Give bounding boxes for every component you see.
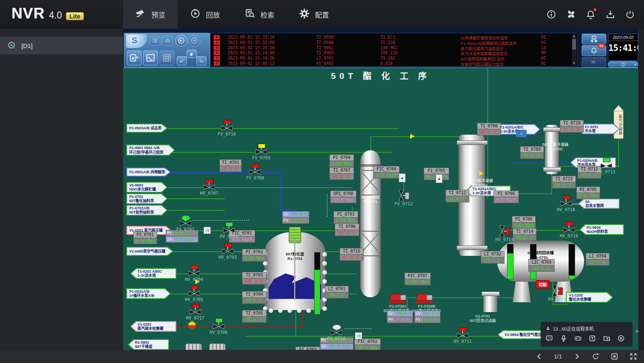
valve-actuator: [459, 327, 467, 332]
valve-label-HV_0719: HV_0719: [556, 233, 582, 238]
tab-playback[interactable]: 回放: [178, 0, 232, 29]
stream-line2: NaOH供料泵: [587, 230, 622, 234]
stream-line1: T1-0201A/B/C: [500, 125, 539, 130]
tab-config[interactable]: 配置: [287, 0, 341, 29]
stream-arrow-label: P1-0702A/B50T助剂抽料泵: [127, 206, 167, 215]
alarm-g: PI_0405: [316, 61, 333, 66]
valve-actuator: [558, 287, 563, 295]
stream-line1: V1-0405泵空气稳压罐: [129, 249, 171, 254]
scada-header: S ▲ ▼ 02023-09-02 15:33:16TI_050931.6731…: [123, 29, 638, 68]
valve-label-HV_0704: HV_0704: [181, 277, 207, 282]
valve-label-HV_0702: HV_0702: [216, 234, 242, 239]
topbar-actions: [546, 0, 635, 29]
pipe: [167, 152, 392, 153]
display-row: TI_0703: [242, 272, 267, 278]
tab-search[interactable]: 检索: [232, 0, 287, 29]
valve-HV_0714: [499, 225, 510, 238]
device-label: [D1]: [21, 42, 33, 49]
valve-actuator: [405, 192, 409, 200]
alarm-v: 31.673: [380, 35, 395, 39]
stream-arrow: P1-0601 0602 A/B环己烷/甲基环己烷泵: [126, 145, 175, 156]
camera-channel-icon: [7, 41, 16, 51]
remote-session-text: 13...60正在远程本机: [553, 325, 594, 332]
alarm-v: 31.526: [380, 40, 395, 45]
alarm-s: HI: [541, 40, 546, 45]
pipe: [511, 163, 570, 163]
stream-arrow: P1-0501A/B 丙烯酸泵: [126, 168, 171, 177]
app-topbar: NVR 4.0 Lite 预览回放检索配置: [0, 0, 644, 29]
stream-arrow: V1-0603HDO多元醇贮罐: [126, 182, 167, 193]
display-row: TI_0704: [242, 291, 267, 298]
stream-arrow-label: V1-1202酯化水收集罐: [567, 293, 612, 302]
check-valve-icon: ◁: [203, 227, 211, 234]
video-tile-d1[interactable]: S ▲ ▼ 02023-09-02 15:33:16TI_050931.6731…: [123, 29, 638, 350]
prev-page-button[interactable]: [535, 352, 544, 361]
info-icon[interactable]: [546, 9, 556, 19]
alarm-t: 2023-09-02 15:05:13: [228, 61, 274, 66]
display-PI_0701: PI_07010.40 Mpa: [133, 232, 157, 244]
bell-icon[interactable]: [586, 9, 596, 19]
stream-line1: T1-0201 A/B/C: [137, 269, 175, 274]
mic-icon[interactable]: [560, 335, 567, 342]
valve-HV_0704: [187, 265, 201, 277]
fullscreen-button[interactable]: [629, 352, 637, 361]
display-row: TI_0715: [340, 248, 363, 255]
refresh-button[interactable]: [591, 352, 600, 361]
condenser2-title: 50T二级冷凝器: [542, 142, 569, 147]
reactor-bump: [322, 261, 327, 266]
tail-condenser-tip: [614, 105, 623, 111]
valve-label-HV_0706: HV_0706: [206, 330, 232, 335]
pipe: [167, 187, 353, 188]
alarm-v: 79.292: [380, 56, 395, 60]
alarm-t: 2023-09-02 15:10:36: [228, 56, 274, 60]
alert-dot: [594, 8, 596, 11]
power-icon[interactable]: [625, 9, 635, 19]
chat-icon[interactable]: [546, 335, 553, 342]
agitator-shaft: [294, 239, 295, 300]
display-row: 79.2 %: [481, 257, 505, 264]
display-FI_0703: FI_07030.0 m3/h: [295, 347, 320, 350]
display-row: PI_0702: [242, 249, 267, 255]
folder-icon[interactable]: [603, 335, 610, 342]
close-icon[interactable]: [617, 335, 625, 342]
gamepad-icon[interactable]: [574, 335, 582, 342]
toolbar-edit-button: [150, 36, 160, 46]
apps-icon[interactable]: [566, 9, 576, 19]
alarm-g: TI_0509: [316, 35, 333, 39]
display-row: 82.0 ℃: [340, 255, 363, 261]
check-valve-icon: ◁: [355, 332, 362, 340]
download-icon[interactable]: [605, 9, 615, 19]
display-row: 0.0 m3/h: [493, 197, 519, 203]
alarm-g: TI_0902: [316, 46, 333, 50]
playback-bottombar: 1/1: [0, 350, 644, 363]
stream-line2: 50T助剂抽料泵: [129, 210, 166, 215]
stream-line1: V1-0603: [129, 183, 166, 188]
next-page-button[interactable]: [573, 352, 581, 361]
sidebar-device-d1[interactable]: [D1]: [0, 37, 123, 54]
alarm-v: 0.818: [380, 61, 393, 66]
text-icon[interactable]: [589, 335, 596, 342]
alarm-t: 2023-09-02 15:24:46: [228, 51, 274, 55]
display-TI_0715: TI_071582.0 ℃: [340, 248, 363, 261]
display-row: TI_0710: [560, 120, 584, 126]
valve-HV_0711: [456, 327, 469, 339]
filter-l1: G1-0701: [470, 314, 496, 318]
stream-line1: V1-0202: [137, 322, 175, 327]
display-row: SV:50.5 kpa: [320, 344, 354, 350]
alarm-s: LO: [541, 46, 546, 50]
valve-FV_0709: [255, 144, 268, 155]
stream-arrow-label: T1-0201 A/B/C1-3#凉水塔: [131, 269, 176, 278]
notif-expand-chevron[interactable]: »: [635, 327, 639, 334]
tab-preview[interactable]: 预览: [123, 0, 178, 29]
dashed-signal-line: [192, 220, 249, 221]
valve-label-FV_0701: FV_0701: [172, 227, 199, 232]
valve-label-FV_0716: FV_0716: [214, 131, 240, 136]
scada-logo-icon: S: [126, 34, 147, 48]
display-row: PI_0705: [576, 186, 600, 193]
toolbar-navR-button: [188, 35, 201, 46]
pipe: [280, 210, 296, 211]
valve-actuator: [215, 318, 223, 323]
stop-all-button[interactable]: [610, 352, 619, 361]
alarm-seq: 0: [214, 61, 220, 66]
valve-actuator: [224, 243, 232, 248]
